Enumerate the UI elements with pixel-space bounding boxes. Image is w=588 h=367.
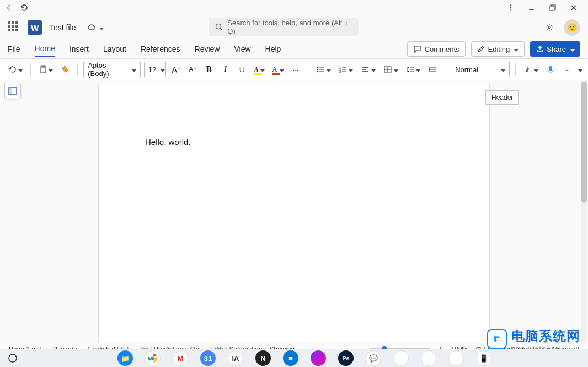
tab-insert[interactable]: Insert	[70, 41, 89, 57]
table-button[interactable]	[381, 62, 400, 77]
taskbar-phone-icon[interactable]: 📱	[476, 350, 491, 366]
minimize-icon[interactable]	[527, 3, 536, 12]
refresh-icon[interactable]	[20, 3, 29, 12]
word-logo-icon: W	[28, 20, 42, 35]
indent-button[interactable]	[426, 62, 439, 77]
svg-rect-9	[41, 67, 46, 73]
comments-button[interactable]: Comments	[407, 41, 466, 57]
document-canvas: Hello, world.	[0, 80, 588, 344]
search-placeholder: Search for tools, help, and more (Alt + …	[227, 19, 352, 35]
taskbar-photoshop-icon[interactable]: Ps	[338, 350, 354, 366]
document-body-text: Hello, world.	[145, 137, 191, 147]
tab-references[interactable]: References	[141, 41, 180, 57]
tab-help[interactable]: Help	[265, 41, 281, 57]
underline-button[interactable]: U	[236, 62, 249, 77]
svg-text:3: 3	[339, 70, 341, 73]
share-label: Share	[547, 45, 566, 53]
svg-point-0	[510, 4, 511, 6]
line-spacing-button[interactable]	[404, 62, 423, 77]
document-title[interactable]: Test file	[50, 23, 76, 32]
tab-review[interactable]: Review	[195, 41, 220, 57]
close-icon[interactable]	[569, 3, 578, 12]
taskbar-chrome-icon[interactable]	[145, 350, 161, 366]
taskbar-files-icon[interactable]: 📁	[117, 350, 133, 366]
chevron-down-icon	[513, 45, 518, 53]
undo-button[interactable]	[6, 62, 25, 77]
edit-icon	[477, 45, 485, 53]
share-button[interactable]: Share	[530, 41, 580, 57]
scrollbar-thumb[interactable]	[581, 82, 587, 203]
highlight-button[interactable]: A	[252, 62, 267, 77]
window-top-bar	[0, 0, 588, 15]
svg-point-2	[510, 9, 511, 10]
svg-point-11	[317, 67, 319, 68]
svg-point-15	[317, 71, 319, 73]
ribbon-tabs: File Home Insert Layout References Revie…	[0, 40, 588, 58]
comments-label: Comments	[425, 45, 459, 53]
svg-point-7	[216, 24, 221, 29]
settings-icon[interactable]	[545, 23, 554, 32]
align-button[interactable]	[359, 62, 378, 77]
search-icon	[215, 23, 222, 31]
chevron-down-icon	[569, 45, 575, 53]
taskbar-gmail-icon[interactable]: M	[173, 350, 188, 366]
app-launcher-icon[interactable]	[8, 21, 20, 34]
paste-button[interactable]	[36, 62, 56, 77]
svg-rect-5	[550, 6, 554, 10]
svg-point-1	[510, 7, 511, 8]
styles-select[interactable]: Normal	[451, 62, 510, 77]
format-painter-button[interactable]	[58, 62, 72, 77]
save-status-icon[interactable]	[87, 23, 104, 33]
back-icon[interactable]	[4, 3, 13, 12]
font-size-select[interactable]: 12	[144, 62, 166, 77]
taskbar-photos-icon[interactable]: ✦	[393, 350, 409, 366]
font-color-button[interactable]: A	[270, 62, 286, 77]
taskbar-ia-icon[interactable]: iA	[228, 350, 243, 366]
svg-point-38	[9, 354, 17, 362]
italic-button[interactable]: I	[219, 62, 232, 77]
editing-mode-button[interactable]: Editing	[471, 41, 525, 57]
shrink-font-button[interactable]: Aˇ	[186, 62, 199, 77]
more-vertical-icon[interactable]	[506, 3, 515, 12]
taskbar-app1-icon[interactable]	[311, 350, 326, 366]
more-ribbon-options[interactable]: ···	[560, 62, 574, 77]
vertical-scrollbar[interactable]	[581, 80, 587, 344]
svg-point-13	[317, 69, 319, 71]
editing-label: Editing	[488, 45, 510, 53]
taskbar-copilot-icon[interactable]: ◐	[421, 350, 436, 366]
cortana-icon[interactable]	[8, 354, 17, 363]
search-input[interactable]: Search for tools, help, and more (Alt + …	[209, 18, 359, 36]
svg-point-40	[151, 357, 155, 360]
font-family-select[interactable]: Aptos (Body)	[83, 62, 141, 77]
document-page[interactable]: Hello, world.	[98, 84, 490, 344]
more-font-options[interactable]: ···	[289, 62, 302, 77]
numbering-button[interactable]: 123	[336, 62, 356, 77]
taskbar-app2-icon[interactable]: 〰	[448, 350, 464, 366]
share-icon	[536, 45, 543, 53]
svg-line-8	[221, 29, 222, 30]
tab-view[interactable]: View	[234, 41, 250, 57]
taskbar-notion-icon[interactable]: N	[255, 350, 271, 366]
user-avatar[interactable]: 🙂	[564, 19, 580, 36]
comment-icon	[413, 45, 421, 53]
svg-point-6	[548, 26, 550, 29]
ribbon-collapse-icon[interactable]	[577, 66, 582, 74]
restore-icon[interactable]	[548, 3, 557, 12]
svg-rect-35	[549, 66, 552, 71]
tab-home[interactable]: Home	[35, 41, 55, 57]
bullets-button[interactable]	[314, 62, 333, 77]
taskbar-vscode-icon[interactable]: ≡	[283, 350, 298, 366]
ribbon-toolbar: Aptos (Body) 12 Aˆ Aˇ B I U A A ··· 123 …	[0, 58, 588, 80]
taskbar-chat-icon[interactable]: 💬	[366, 350, 381, 366]
designer-button[interactable]	[521, 62, 541, 77]
tab-file[interactable]: File	[8, 41, 20, 57]
grow-font-button[interactable]: Aˆ	[169, 62, 183, 77]
taskbar-calendar-icon[interactable]: 31	[200, 350, 216, 366]
dictate-button[interactable]	[544, 62, 557, 77]
os-taskbar: 📁 M 31 iA N ≡ Ps 💬 ✦ ◐ 〰 📱	[0, 349, 588, 367]
tab-layout[interactable]: Layout	[103, 41, 126, 57]
bold-button[interactable]: B	[202, 62, 216, 77]
header-region-label[interactable]: Header	[485, 90, 519, 105]
